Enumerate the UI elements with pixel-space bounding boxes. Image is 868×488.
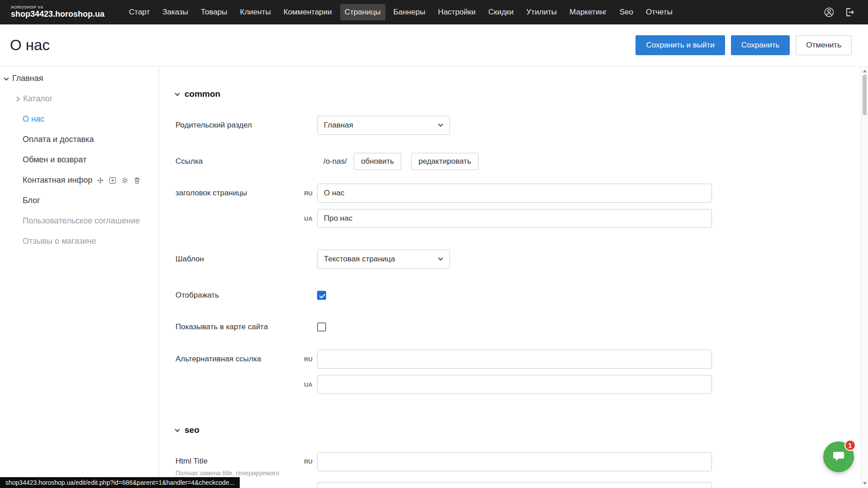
tree-item-label: Главная — [12, 74, 43, 83]
menu-item-orders[interactable]: Заказы — [158, 4, 193, 20]
sitemap-checkbox[interactable] — [317, 322, 326, 332]
section-common[interactable]: common — [175, 89, 861, 99]
lang-tag-ru: RU — [299, 452, 317, 465]
field-label: Отображать — [175, 291, 317, 300]
chevron-down-icon — [438, 256, 443, 261]
pages-tree-sidebar: Главная Каталог О нас Оплата и доставка … — [0, 66, 159, 488]
menu-item-pages[interactable]: Страницы — [340, 4, 385, 20]
field-note: Полная замена title, генерируемого — [175, 469, 299, 477]
brand: HOROSHOP V4 shop34423.horoshop.ua — [11, 5, 104, 19]
add-icon[interactable] — [109, 177, 116, 184]
tree-item-label: Блог — [23, 196, 40, 205]
tree-item-catalog[interactable]: Каталог — [0, 89, 159, 109]
tree-item-store-reviews[interactable]: Отзывы о магазине — [0, 231, 159, 251]
alt-link-ua-row: UA — [175, 375, 861, 394]
section-title: seo — [185, 425, 199, 435]
cancel-button[interactable]: Отменить — [796, 35, 852, 55]
menu-item-seo[interactable]: Seo — [615, 4, 638, 20]
refresh-link-button[interactable]: обновить — [354, 153, 401, 170]
chevron-down-icon — [175, 91, 180, 96]
move-icon[interactable] — [97, 177, 104, 184]
tree-item-exchange-return[interactable]: Обмен и возврат — [0, 150, 159, 170]
scroll-down-icon[interactable] — [863, 482, 867, 485]
scrollbar-thumb[interactable] — [863, 75, 867, 115]
edit-link-button[interactable]: редактировать — [411, 153, 478, 170]
tree-item-label: Отзывы о магазине — [23, 237, 96, 246]
account-icon[interactable] — [824, 7, 835, 18]
menu-item-settings[interactable]: Настройки — [433, 4, 480, 20]
chevron-down-icon — [175, 427, 180, 432]
display-row: Отображать — [175, 290, 861, 300]
tree-item-label: Пользовательское соглашение — [23, 216, 140, 226]
section-title: common — [185, 89, 220, 99]
chevron-right-icon — [14, 96, 19, 101]
menu-item-products[interactable]: Товары — [196, 4, 232, 20]
save-and-exit-button[interactable]: Сохранить и выйти — [636, 35, 725, 55]
html-title-ru-input[interactable] — [317, 452, 712, 471]
section-seo[interactable]: seo — [175, 425, 861, 435]
tree-item-contact-info[interactable]: Контактная инфор — [0, 170, 159, 190]
link-path-value: /o-nas/ — [317, 157, 347, 166]
chevron-down-icon — [438, 122, 443, 127]
menu-item-banners[interactable]: Баннеры — [389, 4, 430, 20]
menu-item-reports[interactable]: Отчеты — [641, 4, 677, 20]
tree-item-actions — [97, 177, 141, 184]
gear-icon[interactable] — [121, 177, 128, 184]
tree-item-main[interactable]: Главная — [0, 68, 159, 89]
tree-item-label: Оплата и доставка — [23, 135, 94, 144]
menu-item-utilities[interactable]: Утилиты — [522, 4, 562, 20]
tree-item-about-selected[interactable]: О нас — [0, 109, 159, 129]
menu-item-clients[interactable]: Клиенты — [236, 4, 275, 20]
select-value: Главная — [324, 121, 353, 130]
menu-item-comments[interactable]: Комментарии — [279, 4, 337, 20]
sitemap-row: Показывать в карте сайта — [175, 322, 861, 332]
logout-icon[interactable] — [844, 7, 855, 18]
html-title-ua-row: UA — [175, 482, 861, 488]
menu-item-start[interactable]: Старт — [124, 4, 154, 20]
field-label: Альтернативная ссылка — [175, 355, 299, 364]
html-title-ua-input[interactable] — [317, 482, 712, 488]
lang-tag-ru: RU — [299, 356, 317, 363]
chevron-down-icon — [4, 75, 9, 80]
lang-tag-ua: UA — [299, 215, 317, 222]
tree-item-label: О нас — [23, 114, 44, 124]
field-label-block: Html Title Полная замена title, генериру… — [175, 452, 299, 477]
tree-item-label: Контактная инфор — [23, 175, 92, 185]
alt-link-ua-input[interactable] — [317, 375, 712, 394]
field-label: Родительский раздел — [175, 121, 317, 130]
field-label: заголовок страницы — [175, 189, 299, 198]
page-title-ru-input[interactable] — [317, 184, 712, 203]
scroll-up-icon[interactable] — [863, 70, 867, 72]
page-edit-form: common Родительский раздел Главная Ссылк… — [160, 66, 861, 488]
brand-domain: shop34423.horoshop.ua — [11, 10, 104, 19]
menu-item-discounts[interactable]: Скидки — [484, 4, 518, 20]
topbar: HOROSHOP V4 shop34423.horoshop.ua Старт … — [0, 0, 868, 24]
save-button[interactable]: Сохранить — [731, 35, 790, 55]
display-checkbox[interactable] — [317, 291, 326, 300]
page-title-ua-row: UA — [175, 209, 861, 228]
main-menu: Старт Заказы Товары Клиенты Комментарии … — [124, 4, 677, 20]
menu-item-marketing[interactable]: Маркетинг — [565, 4, 612, 20]
field-label: Ссылка — [175, 157, 317, 166]
lang-tag-ru: RU — [299, 190, 317, 197]
parent-section-row: Родительский раздел Главная — [175, 116, 861, 135]
tree-item-payment-delivery[interactable]: Оплата и доставка — [0, 129, 159, 150]
header-buttons: Сохранить и выйти Сохранить Отменить — [636, 35, 852, 55]
alt-link-ru-input[interactable] — [317, 350, 712, 369]
chat-widget-button[interactable]: 1 — [823, 441, 854, 472]
field-label: Показывать в карте сайта — [175, 322, 317, 332]
template-select[interactable]: Текстовая страница — [317, 250, 450, 269]
page-title-ua-input[interactable] — [317, 209, 712, 228]
tree-item-blog[interactable]: Блог — [0, 190, 159, 211]
field-label: Шаблон — [175, 255, 317, 264]
chat-unread-badge: 1 — [844, 440, 856, 451]
page: HOROSHOP V4 shop34423.horoshop.ua Старт … — [0, 0, 868, 488]
delete-icon[interactable] — [133, 177, 141, 184]
link-row: Ссылка /o-nas/ обновить редактировать — [175, 153, 861, 170]
tree-item-label: Каталог — [23, 94, 52, 104]
page-title: О нас — [10, 37, 50, 54]
template-row: Шаблон Текстовая страница — [175, 250, 861, 269]
parent-section-select[interactable]: Главная — [317, 116, 450, 135]
tree-item-user-agreement[interactable]: Пользовательское соглашение — [0, 211, 159, 231]
vertical-scrollbar[interactable] — [861, 66, 868, 488]
